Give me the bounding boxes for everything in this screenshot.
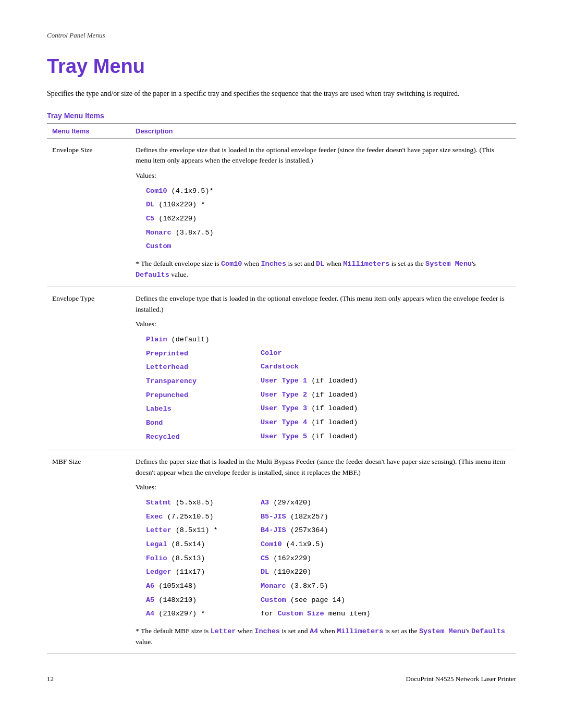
table-row: Envelope Size Defines the envelope size … [47,139,516,287]
page-number: 12 [47,675,54,683]
page-title: Tray Menu [47,55,516,78]
product-name: DocuPrint N4525 Network Laser Printer [406,675,516,683]
intro-text: Specifies the type and/or size of the pa… [47,88,474,99]
desc-envelope-type: Defines the envelope type that is loaded… [130,287,516,450]
item-envelope-type: Envelope Type [47,287,130,450]
section-title: Tray Menu Items [47,112,516,120]
col-menu-items: Menu Items [47,124,130,139]
table-row: Envelope Type Defines the envelope type … [47,287,516,450]
desc-envelope-size: Defines the envelope size that is loaded… [130,139,516,287]
col-description: Description [130,124,516,139]
tray-menu-table: Menu Items Description Envelope Size Def… [47,123,516,654]
desc-mbf-size: Defines the paper size that is loaded in… [130,450,516,654]
table-row: MBF Size Defines the paper size that is … [47,450,516,654]
page-footer: 12 DocuPrint N4525 Network Laser Printer [47,675,516,683]
control-panel-label: Control Panel Menus [47,31,516,40]
item-envelope-size: Envelope Size [47,139,130,287]
item-mbf-size: MBF Size [47,450,130,654]
